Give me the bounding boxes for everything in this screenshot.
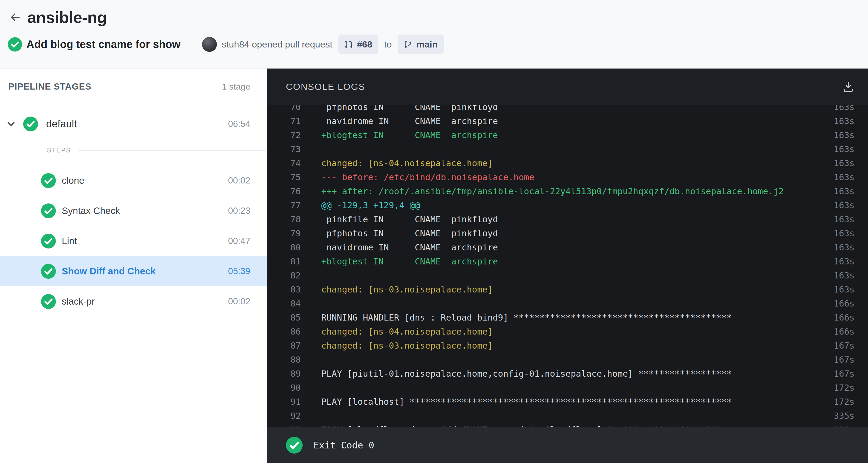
console-logs-heading: CONSOLE LOGS: [286, 82, 365, 92]
log-line-time: 167s: [817, 353, 868, 367]
check-icon: [23, 117, 38, 131]
log-line-time: 163s: [817, 282, 868, 297]
log-line-text: [321, 142, 817, 156]
log-line-time: 166s: [817, 325, 868, 339]
log-line: 90172s: [267, 381, 868, 395]
log-line-time: 166s: [817, 311, 868, 325]
header: ansible-ng Add blog test cname for show …: [0, 0, 868, 68]
log-line-text: [321, 297, 817, 311]
log-line-number: 80: [267, 240, 301, 254]
log-line: 73163s: [267, 142, 868, 156]
log-line: 92335s: [267, 409, 868, 423]
log-line-time: 163s: [817, 226, 868, 240]
log-line-time: 163s: [817, 212, 868, 226]
log-line-text: +blogtest IN CNAME archspire: [321, 254, 817, 269]
git-branch-icon: [404, 40, 413, 49]
log-line-number: 76: [267, 184, 301, 198]
log-line-text: pinkfile IN CNAME pinkfloyd: [321, 212, 817, 226]
console-log-viewport[interactable]: 70 pfphotos IN CNAME pinkfloyd163s71 nav…: [267, 105, 868, 427]
pr-badge[interactable]: #68: [338, 34, 378, 54]
pr-author-text: stuh84 opened pull request: [222, 39, 332, 50]
log-line-number: 71: [267, 114, 301, 128]
log-line-time: 166s: [817, 297, 868, 311]
log-line-text: changed: [ns-04.noisepalace.home]: [321, 325, 817, 339]
log-line: 81+blogtest IN CNAME archspire163s: [267, 254, 868, 269]
pipeline-sidebar: PIPELINE STAGES 1 stage default 06:54 ST…: [0, 68, 267, 463]
arrow-left-icon: [9, 11, 22, 24]
log-line-text: +++ after: /root/.ansible/tmp/ansible-lo…: [321, 184, 817, 198]
body: PIPELINE STAGES 1 stage default 06:54 ST…: [0, 68, 868, 463]
log-line-number: 73: [267, 142, 301, 156]
log-line-time: 163s: [817, 198, 868, 212]
log-line-number: 81: [267, 254, 301, 269]
log-line: 89PLAY [piutil-01.noisepalace.home,confi…: [267, 367, 868, 381]
step-clone[interactable]: clone00:02: [0, 165, 267, 196]
sidebar-header: PIPELINE STAGES 1 stage: [0, 68, 267, 105]
log-line-time: 163s: [817, 105, 868, 114]
stage-row-default[interactable]: default 06:54: [0, 107, 267, 140]
log-line-number: 74: [267, 156, 301, 170]
step-name: slack-pr: [62, 296, 95, 307]
log-line-number: 82: [267, 269, 301, 282]
steps-list: clone00:02Syntax Check00:23Lint00:47Show…: [0, 165, 267, 316]
log-line-number: 88: [267, 353, 301, 367]
log-line: 71 navidrome IN CNAME archspire163s: [267, 114, 868, 128]
log-line-text: changed: [ns-04.noisepalace.home]: [321, 156, 817, 170]
log-line-time: 163s: [817, 170, 868, 184]
log-line-number: 78: [267, 212, 301, 226]
step-syntax-check[interactable]: Syntax Check00:23: [0, 196, 267, 226]
log-line-text: pfphotos IN CNAME pinkfloyd: [321, 226, 817, 240]
avatar: [202, 37, 217, 52]
commit-status-check-icon: [8, 37, 22, 52]
log-line-number: 84: [267, 297, 301, 311]
log-line-text: pfphotos IN CNAME pinkfloyd: [321, 105, 817, 114]
log-line: 80 navidrome IN CNAME archspire163s: [267, 240, 868, 254]
step-show-diff-and-check[interactable]: Show Diff and Check05:39: [0, 256, 267, 286]
log-line-number: 70: [267, 105, 301, 114]
log-line: 84166s: [267, 297, 868, 311]
log-line-number: 90: [267, 381, 301, 395]
step-lint[interactable]: Lint00:47: [0, 226, 267, 256]
log-line: 78 pinkfile IN CNAME pinkfloyd163s: [267, 212, 868, 226]
stage-name: default: [46, 118, 77, 130]
log-line: 72+blogtest IN CNAME archspire163s: [267, 128, 868, 142]
back-button[interactable]: [9, 11, 22, 24]
log-line-time: 163s: [817, 240, 868, 254]
log-line-number: 85: [267, 311, 301, 325]
log-line-text: changed: [ns-03.noisepalace.home]: [321, 282, 817, 297]
log-line-time: 167s: [817, 367, 868, 381]
check-icon: [41, 234, 56, 248]
check-icon: [41, 264, 56, 279]
log-line: 70 pfphotos IN CNAME pinkfloyd163s: [267, 105, 868, 114]
exit-status-bar: Exit Code 0: [267, 427, 868, 463]
log-line-number: 87: [267, 339, 301, 353]
step-duration: 00:47: [228, 236, 250, 246]
step-duration: 05:39: [228, 266, 250, 276]
log-line: 75--- before: /etc/bind/db.noisepalace.h…: [267, 170, 868, 184]
to-label: to: [384, 39, 392, 50]
step-name: Syntax Check: [62, 205, 120, 216]
log-line-number: 83: [267, 282, 301, 297]
log-line-text: [321, 269, 817, 282]
log-line-text: [321, 353, 817, 367]
page-title: ansible-ng: [27, 8, 107, 27]
log-line-time: 163s: [817, 269, 868, 282]
log-line-number: 89: [267, 367, 301, 381]
exit-success-check-icon: [286, 437, 303, 454]
log-line: 79 pfphotos IN CNAME pinkfloyd163s: [267, 226, 868, 240]
log-line-text: --- before: /etc/bind/db.noisepalace.hom…: [321, 170, 817, 184]
chevron-down-icon[interactable]: [6, 119, 16, 129]
commit-row: Add blog test cname for show stuh84 open…: [0, 29, 868, 59]
log-line-text: [321, 409, 817, 423]
log-line-time: 163s: [817, 128, 868, 142]
download-logs-button[interactable]: [842, 81, 855, 93]
steps-label-row: STEPS: [0, 142, 267, 158]
stage-duration: 06:54: [228, 119, 250, 129]
log-line-time: 172s: [817, 395, 868, 409]
log-line-number: 72: [267, 128, 301, 142]
step-slack-pr[interactable]: slack-pr00:02: [0, 286, 267, 316]
branch-badge[interactable]: main: [398, 34, 443, 54]
step-name: Show Diff and Check: [62, 266, 156, 277]
log-line-time: 167s: [817, 339, 868, 353]
exit-code-label: Exit Code 0: [313, 440, 374, 451]
